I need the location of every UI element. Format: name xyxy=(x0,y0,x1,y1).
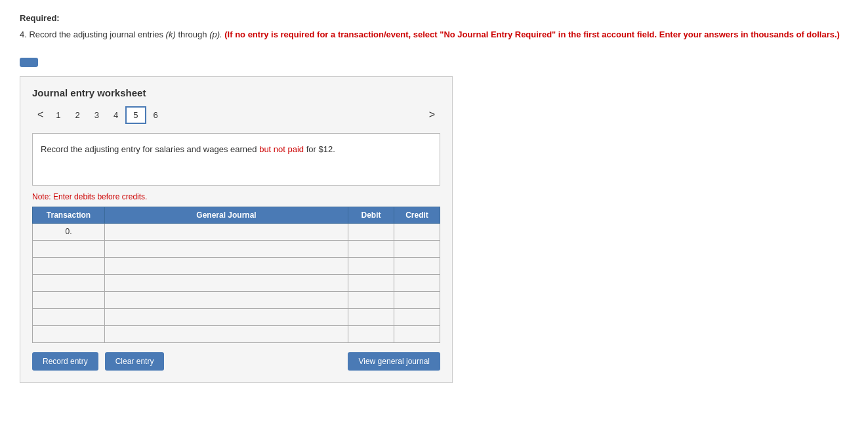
instruction-red-text: (If no entry is required for a transacti… xyxy=(224,30,840,39)
instruction-text-through: through xyxy=(178,30,207,39)
tab-3[interactable]: 3 xyxy=(87,107,106,123)
header-transaction: Transaction xyxy=(33,207,105,223)
journal-input[interactable] xyxy=(105,224,348,240)
debit-input-cell[interactable] xyxy=(348,240,394,257)
credit-input-cell[interactable] xyxy=(394,223,440,240)
instruction-italic-p: (p). xyxy=(209,30,222,39)
debit-input[interactable] xyxy=(348,241,394,257)
instruction-number: 4. xyxy=(20,30,27,39)
transaction-cell: 0. xyxy=(33,223,105,240)
clear-entry-button[interactable]: Clear entry xyxy=(105,352,165,371)
credit-input[interactable] xyxy=(394,326,440,342)
credit-input[interactable] xyxy=(394,224,440,240)
journal-input-cell[interactable] xyxy=(105,308,348,325)
worksheet-container: Journal entry worksheet < 1 2 3 4 5 6 > … xyxy=(20,76,453,383)
debit-input[interactable] xyxy=(348,224,394,240)
required-label: Required: xyxy=(20,13,848,23)
header-debit: Debit xyxy=(348,207,394,223)
tab-4[interactable]: 4 xyxy=(106,107,125,123)
view-general-journal-button[interactable]: View general journal xyxy=(348,352,440,371)
credit-input-cell[interactable] xyxy=(394,291,440,308)
view-transaction-button[interactable] xyxy=(20,58,38,67)
journal-input[interactable] xyxy=(105,258,348,274)
table-row xyxy=(33,308,440,325)
table-row xyxy=(33,325,440,342)
prev-tab-arrow[interactable]: < xyxy=(32,106,49,123)
debit-input[interactable] xyxy=(348,275,394,291)
journal-input[interactable] xyxy=(105,275,348,291)
transaction-cell xyxy=(33,240,105,257)
transaction-cell xyxy=(33,291,105,308)
credit-input-cell[interactable] xyxy=(394,240,440,257)
credit-input-cell[interactable] xyxy=(394,274,440,291)
debit-input-cell[interactable] xyxy=(348,291,394,308)
transaction-cell xyxy=(33,257,105,274)
note-text: Note: Enter debits before credits. xyxy=(32,192,440,201)
credit-input-cell[interactable] xyxy=(394,257,440,274)
table-row xyxy=(33,240,440,257)
transaction-cell xyxy=(33,274,105,291)
journal-input-cell[interactable] xyxy=(105,223,348,240)
instruction-italic-k: (k) xyxy=(166,30,176,39)
table-row xyxy=(33,291,440,308)
entry-description-text: Record the adjusting entry for salaries … xyxy=(41,144,257,154)
credit-input[interactable] xyxy=(394,275,440,291)
debit-input[interactable] xyxy=(348,309,394,325)
journal-input-cell[interactable] xyxy=(105,291,348,308)
debit-input-cell[interactable] xyxy=(348,308,394,325)
journal-input-cell[interactable] xyxy=(105,240,348,257)
next-tab-arrow[interactable]: > xyxy=(424,106,440,123)
debit-input-cell[interactable] xyxy=(348,325,394,342)
table-row: 0. xyxy=(33,223,440,240)
instruction: 4. Record the adjusting journal entries … xyxy=(20,28,848,41)
tab-2[interactable]: 2 xyxy=(68,107,87,123)
credit-input[interactable] xyxy=(394,258,440,274)
credit-input[interactable] xyxy=(394,309,440,325)
entry-description-end: for $12. xyxy=(306,144,335,154)
credit-input-cell[interactable] xyxy=(394,308,440,325)
credit-input[interactable] xyxy=(394,292,440,308)
table-row xyxy=(33,274,440,291)
transaction-cell xyxy=(33,308,105,325)
tab-1[interactable]: 1 xyxy=(49,107,68,123)
journal-table: Transaction General Journal Debit Credit… xyxy=(32,207,440,343)
entry-description-red: but not paid xyxy=(259,144,304,154)
tab-5[interactable]: 5 xyxy=(125,106,146,124)
journal-input[interactable] xyxy=(105,292,348,308)
button-row: Record entry Clear entry View general jo… xyxy=(32,352,440,371)
entry-description-box: Record the adjusting entry for salaries … xyxy=(32,133,440,186)
worksheet-title: Journal entry worksheet xyxy=(32,87,440,98)
transaction-cell xyxy=(33,325,105,342)
instruction-text-before: Record the adjusting journal entries xyxy=(29,30,163,39)
journal-input[interactable] xyxy=(105,241,348,257)
journal-input-cell[interactable] xyxy=(105,257,348,274)
credit-input[interactable] xyxy=(394,241,440,257)
journal-input[interactable] xyxy=(105,309,348,325)
debit-input-cell[interactable] xyxy=(348,274,394,291)
tab-6[interactable]: 6 xyxy=(146,107,165,123)
journal-input-cell[interactable] xyxy=(105,325,348,342)
tabs-row: < 1 2 3 4 5 6 > xyxy=(32,106,440,124)
record-entry-button[interactable]: Record entry xyxy=(32,352,98,371)
header-general-journal: General Journal xyxy=(105,207,348,223)
debit-input[interactable] xyxy=(348,292,394,308)
debit-input-cell[interactable] xyxy=(348,223,394,240)
header-credit: Credit xyxy=(394,207,440,223)
journal-input[interactable] xyxy=(105,326,348,342)
credit-input-cell[interactable] xyxy=(394,325,440,342)
table-row xyxy=(33,257,440,274)
debit-input[interactable] xyxy=(348,258,394,274)
journal-input-cell[interactable] xyxy=(105,274,348,291)
debit-input[interactable] xyxy=(348,326,394,342)
debit-input-cell[interactable] xyxy=(348,257,394,274)
